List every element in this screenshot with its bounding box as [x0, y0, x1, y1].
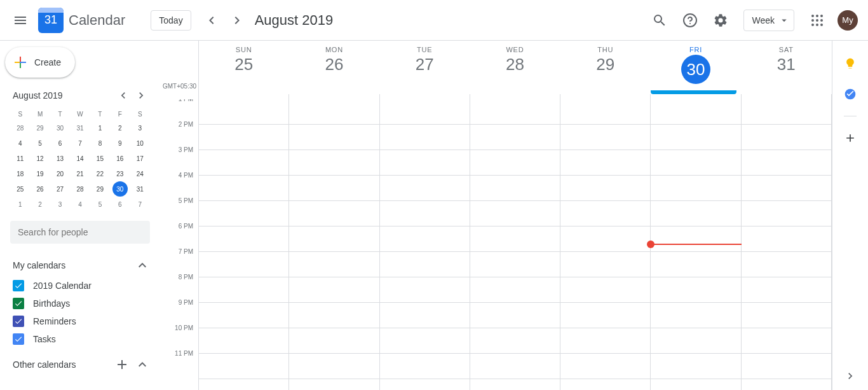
mini-calendar[interactable]: SMTWTFS282930311234567891011121314151617… [8, 108, 153, 212]
mini-day[interactable]: 20 [50, 166, 70, 181]
day-header[interactable]: SUN25 [199, 41, 289, 94]
mini-day[interactable]: 9 [110, 136, 130, 151]
mini-day[interactable]: 1 [90, 120, 110, 136]
calendar-checkbox[interactable] [13, 333, 24, 345]
date-number[interactable]: 27 [380, 55, 470, 74]
mini-day[interactable]: 16 [110, 151, 130, 166]
mini-day[interactable]: 10 [130, 136, 150, 151]
svg-rect-11 [20, 57, 21, 62]
allday-row[interactable] [198, 94, 832, 99]
mini-day[interactable]: 5 [30, 136, 50, 151]
hide-side-panel-button[interactable] [844, 370, 857, 382]
day-column[interactable] [380, 99, 470, 390]
mini-day[interactable]: 2 [30, 197, 50, 212]
support-button[interactable] [677, 8, 703, 33]
keep-addon-icon[interactable] [844, 57, 857, 70]
mini-day[interactable]: 7 [130, 197, 150, 212]
add-calendar-icon[interactable] [114, 357, 130, 372]
mini-day[interactable]: 4 [70, 197, 90, 212]
calendar-item[interactable]: Birthdays [8, 295, 153, 312]
date-number[interactable]: 30 [681, 55, 710, 84]
today-button[interactable]: Today [151, 10, 191, 31]
mini-day[interactable]: 19 [30, 166, 50, 181]
mini-day[interactable]: 12 [30, 151, 50, 166]
main-menu-button[interactable] [5, 5, 36, 36]
mini-day[interactable]: 31 [70, 120, 90, 136]
my-calendars-toggle[interactable]: My calendars [8, 254, 153, 277]
date-number[interactable]: 31 [742, 55, 831, 74]
settings-button[interactable] [708, 8, 733, 33]
mini-day[interactable]: 1 [10, 197, 30, 212]
day-header[interactable]: FRI30 [651, 41, 741, 94]
mini-day[interactable]: 17 [130, 151, 150, 166]
logo[interactable]: 31 Calendar [38, 8, 125, 33]
calendar-item[interactable]: 2019 Calendar [8, 277, 153, 295]
sidebar: Create August 2019 SMTWTFS28293031123456… [0, 41, 163, 390]
mini-day[interactable]: 11 [10, 151, 30, 166]
day-column[interactable] [289, 99, 379, 390]
date-number[interactable]: 25 [199, 55, 288, 74]
mini-day[interactable]: 14 [70, 151, 90, 166]
tasks-addon-icon[interactable] [844, 88, 857, 101]
mini-day[interactable]: 6 [50, 136, 70, 151]
mini-day[interactable]: 18 [10, 166, 30, 181]
mini-day[interactable]: 26 [30, 181, 50, 197]
next-period-button[interactable] [224, 8, 250, 33]
account-avatar[interactable]: My [837, 10, 858, 31]
mini-day[interactable]: 6 [110, 197, 130, 212]
mini-day[interactable]: 29 [30, 120, 50, 136]
mini-day[interactable]: 30 [50, 120, 70, 136]
hour-label: 11 PM [163, 350, 198, 375]
calendar-item[interactable]: Tasks [8, 330, 153, 348]
allday-event[interactable] [651, 90, 736, 94]
mini-day[interactable]: 5 [90, 197, 110, 212]
day-header[interactable]: SAT31 [742, 41, 832, 94]
view-switcher[interactable]: Week [743, 10, 794, 31]
day-column[interactable] [199, 99, 289, 390]
other-calendars-toggle[interactable]: Other calendars [8, 353, 153, 376]
date-number[interactable]: 29 [560, 55, 650, 74]
mini-day[interactable]: 28 [10, 120, 30, 136]
search-people-input[interactable] [10, 221, 150, 244]
mini-day[interactable]: 27 [50, 181, 70, 197]
svg-point-9 [816, 24, 818, 26]
mini-day[interactable]: 4 [10, 136, 30, 151]
mini-day[interactable]: 25 [10, 181, 30, 197]
day-header[interactable]: THU29 [560, 41, 651, 94]
mini-day[interactable]: 2 [110, 120, 130, 136]
mini-day[interactable]: 3 [130, 120, 150, 136]
date-number[interactable]: 28 [470, 55, 560, 74]
day-column[interactable] [560, 99, 651, 390]
calendar-checkbox[interactable] [13, 280, 24, 291]
google-apps-button[interactable] [804, 8, 830, 33]
mini-day[interactable]: 13 [50, 151, 70, 166]
day-column[interactable] [742, 99, 832, 390]
day-column[interactable] [470, 99, 560, 390]
mini-day[interactable]: 8 [90, 136, 110, 151]
mini-day[interactable]: 23 [110, 166, 130, 181]
mini-prev-month[interactable] [114, 87, 132, 104]
mini-day[interactable]: 28 [70, 181, 90, 197]
day-header[interactable]: WED28 [470, 41, 560, 94]
calendar-item[interactable]: Reminders [8, 312, 153, 330]
mini-day[interactable]: 24 [130, 166, 150, 181]
mini-day[interactable]: 22 [90, 166, 110, 181]
calendar-checkbox[interactable] [13, 316, 24, 327]
create-button[interactable]: Create [5, 47, 75, 78]
mini-day[interactable]: 30 [110, 181, 130, 197]
prev-period-button[interactable] [199, 8, 224, 33]
time-grid[interactable]: 1 PM2 PM3 PM4 PM5 PM6 PM7 PM8 PM9 PM10 P… [163, 99, 832, 390]
mini-next-month[interactable] [132, 87, 150, 104]
get-addons-button[interactable] [844, 132, 857, 144]
mini-day[interactable]: 3 [50, 197, 70, 212]
mini-day[interactable]: 21 [70, 166, 90, 181]
mini-day[interactable]: 31 [130, 181, 150, 197]
search-button[interactable] [647, 8, 672, 33]
mini-day[interactable]: 29 [90, 181, 110, 197]
mini-day[interactable]: 7 [70, 136, 90, 151]
mini-day[interactable]: 15 [90, 151, 110, 166]
day-header[interactable]: TUE27 [380, 41, 470, 94]
calendar-checkbox[interactable] [13, 298, 24, 309]
date-number[interactable]: 26 [289, 55, 379, 74]
day-header[interactable]: MON26 [289, 41, 379, 94]
